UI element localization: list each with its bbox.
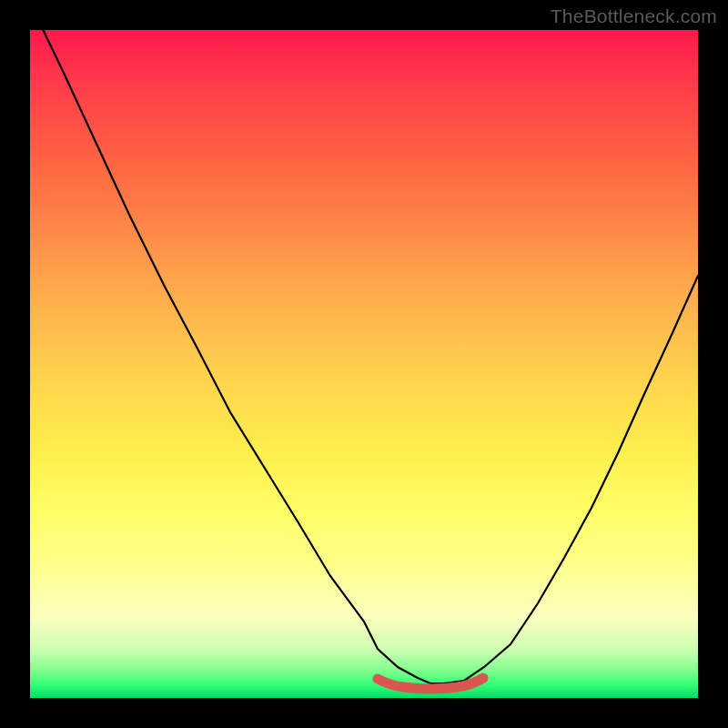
- plot-area: [30, 30, 698, 698]
- watermark-text: TheBottleneck.com: [551, 5, 717, 27]
- bottleneck-curve: [30, 30, 698, 683]
- curve-layer: [30, 30, 698, 698]
- chart-frame: TheBottleneck.com: [0, 0, 728, 728]
